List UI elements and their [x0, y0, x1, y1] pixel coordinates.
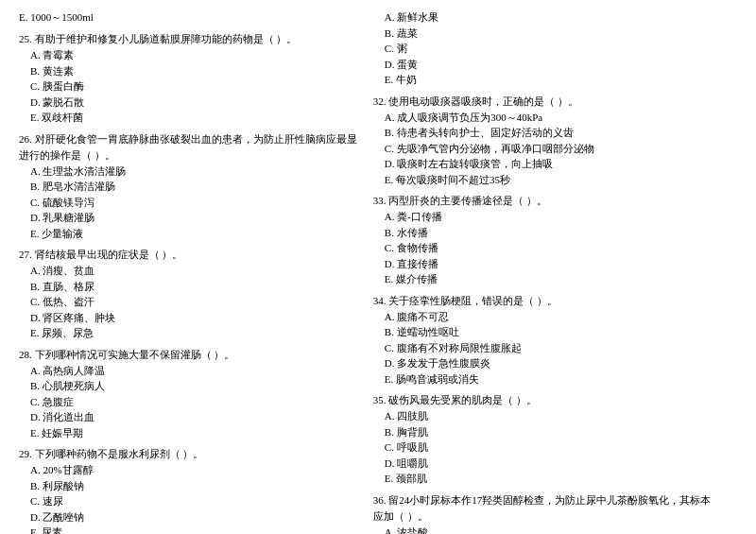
- option: C. 硫酸镁导泻: [19, 195, 364, 211]
- question-title: 28. 下列哪种情况可实施大量不保留灌肠（ ）。: [19, 347, 364, 363]
- question-title: 32. 使用电动吸痰器吸痰时，正确的是（ ）。: [373, 94, 718, 110]
- option: D. 蒙脱石散: [19, 95, 364, 111]
- question-block: 34. 关于痉挛性肠梗阻，错误的是（ ）。A. 腹痛不可忍B. 逆蠕动性呕吐C.…: [373, 293, 718, 388]
- option: E. 每次吸痰时间不超过35秒: [373, 172, 718, 188]
- option: E. 少量输液: [19, 226, 364, 242]
- option: C. 呼吸肌: [373, 439, 718, 456]
- question-block: E. 1000～1500ml: [19, 9, 364, 26]
- question-title: 25. 有助于维护和修复小儿肠道黏膜屏障功能的药物是（ ）。: [19, 31, 364, 47]
- question-block: 36. 留24小时尿标本作17羟类固醇检查，为防止尿中儿茶酚胺氧化，其标本应加（…: [373, 492, 718, 534]
- question-title: 34. 关于痉挛性肠梗阻，错误的是（ ）。: [373, 293, 718, 309]
- columns-layout: E. 1000～1500ml25. 有助于维护和修复小儿肠道黏膜屏障功能的药物是…: [19, 9, 737, 534]
- option: E. 牛奶: [373, 72, 718, 88]
- option: C. 急腹症: [19, 394, 364, 410]
- option: E. 颈部肌: [373, 471, 718, 487]
- option: E. 尿素: [19, 525, 364, 534]
- question-title: 29. 下列哪种药物不是服水利尿剂（ ）。: [19, 446, 364, 462]
- option: B. 黄连素: [19, 63, 364, 79]
- option: B. 直肠、格尿: [19, 279, 364, 295]
- option: D. 咀嚼肌: [373, 456, 718, 472]
- option: E. 双歧杆菌: [19, 110, 364, 126]
- option: A. 生理盐水清洁灌肠: [19, 164, 364, 180]
- option: C. 腹痛有不对称局限性腹胀起: [373, 340, 718, 356]
- option: C. 胰蛋白酶: [19, 78, 364, 95]
- option: E. 尿频、尿急: [19, 325, 364, 341]
- option: D. 消化道出血: [19, 409, 364, 425]
- option: A. 浓盐酸: [373, 525, 718, 534]
- option: B. 心肌梗死病人: [19, 378, 364, 394]
- option: C. 食物传播: [373, 240, 718, 256]
- question-title: E. 1000～1500ml: [19, 9, 364, 26]
- option: A. 消瘦、贫血: [19, 263, 364, 279]
- option: D. 蛋黄: [373, 57, 718, 73]
- option: A. 20%甘露醇: [19, 462, 364, 478]
- option: C. 粥: [373, 41, 718, 57]
- option: B. 蔬菜: [373, 26, 718, 42]
- option: B. 肥皂水清洁灌肠: [19, 179, 364, 195]
- option: A. 腹痛不可忍: [373, 309, 718, 325]
- question-title: 33. 丙型肝炎的主要传播途径是（ ）。: [373, 193, 718, 209]
- option: A. 粪-口传播: [373, 209, 718, 225]
- option: A. 新鲜水果: [373, 9, 718, 26]
- page-container: E. 1000～1500ml25. 有助于维护和修复小儿肠道黏膜屏障功能的药物是…: [19, 9, 737, 534]
- question-title: 35. 破伤风最先受累的肌肉是（ ）。: [373, 392, 718, 408]
- option: D. 多发发于急性腹膜炎: [373, 355, 718, 371]
- option: C. 低热、盗汗: [19, 294, 364, 310]
- right-column: A. 新鲜水果B. 蔬菜C. 粥D. 蛋黄E. 牛奶32. 使用电动吸痰器吸痰时…: [373, 9, 718, 534]
- option: E. 妊娠早期: [19, 425, 364, 441]
- question-block: 33. 丙型肝炎的主要传播途径是（ ）。A. 粪-口传播B. 水传播C. 食物传…: [373, 193, 718, 287]
- question-title: 27. 肾结核最早出现的症状是（ ）。: [19, 247, 364, 263]
- question-block: 25. 有助于维护和修复小儿肠道黏膜屏障功能的药物是（ ）。A. 青霉素B. 黄…: [19, 31, 364, 126]
- option: B. 胸背肌: [373, 424, 718, 440]
- option: E. 媒介传播: [373, 271, 718, 287]
- option: A. 成人吸痰调节负压为300～40kPa: [373, 110, 718, 126]
- option: C. 先吸净气管内分泌物，再吸净口咽部分泌物: [373, 141, 718, 157]
- option: D. 乙酰唑钠: [19, 509, 364, 525]
- question-title: 36. 留24小时尿标本作17羟类固醇检查，为防止尿中儿茶酚胺氧化，其标本应加（…: [373, 492, 718, 525]
- option: B. 利尿酸钠: [19, 478, 364, 494]
- option: B. 水传播: [373, 225, 718, 241]
- option: A. 高热病人降温: [19, 363, 364, 379]
- question-block: 32. 使用电动吸痰器吸痰时，正确的是（ ）。A. 成人吸痰调节负压为300～4…: [373, 94, 718, 188]
- question-block: 35. 破伤风最先受累的肌肉是（ ）。A. 四肢肌B. 胸背肌C. 呼吸肌D. …: [373, 392, 718, 487]
- question-block: 26. 对肝硬化食管一胃底静脉曲张破裂出血的患者，为防止肝性脑病应最显进行的操作…: [19, 131, 364, 242]
- question-block: 28. 下列哪种情况可实施大量不保留灌肠（ ）。A. 高热病人降温B. 心肌梗死…: [19, 347, 364, 441]
- question-block: 29. 下列哪种药物不是服水利尿剂（ ）。A. 20%甘露醇B. 利尿酸钠C. …: [19, 446, 364, 534]
- option: C. 速尿: [19, 493, 364, 509]
- question-title: 26. 对肝硬化食管一胃底静脉曲张破裂出血的患者，为防止肝性脑病应最显进行的操作…: [19, 131, 364, 164]
- option: E. 肠鸣音减弱或消失: [373, 371, 718, 388]
- left-column: E. 1000～1500ml25. 有助于维护和修复小儿肠道黏膜屏障功能的药物是…: [19, 9, 364, 534]
- question-block: 27. 肾结核最早出现的症状是（ ）。A. 消瘦、贫血B. 直肠、格尿C. 低热…: [19, 247, 364, 341]
- option: B. 待患者头转向护士、固定好活动的义齿: [373, 125, 718, 141]
- option: D. 肾区疼痛、肿块: [19, 310, 364, 326]
- option: B. 逆蠕动性呕吐: [373, 324, 718, 340]
- option: D. 吸痰时左右旋转吸痰管，向上抽吸: [373, 156, 718, 172]
- option: D. 直接传播: [373, 256, 718, 272]
- option: A. 青霉素: [19, 47, 364, 63]
- option: D. 乳果糖灌肠: [19, 210, 364, 226]
- question-block: A. 新鲜水果B. 蔬菜C. 粥D. 蛋黄E. 牛奶: [373, 9, 718, 88]
- option: A. 四肢肌: [373, 408, 718, 424]
